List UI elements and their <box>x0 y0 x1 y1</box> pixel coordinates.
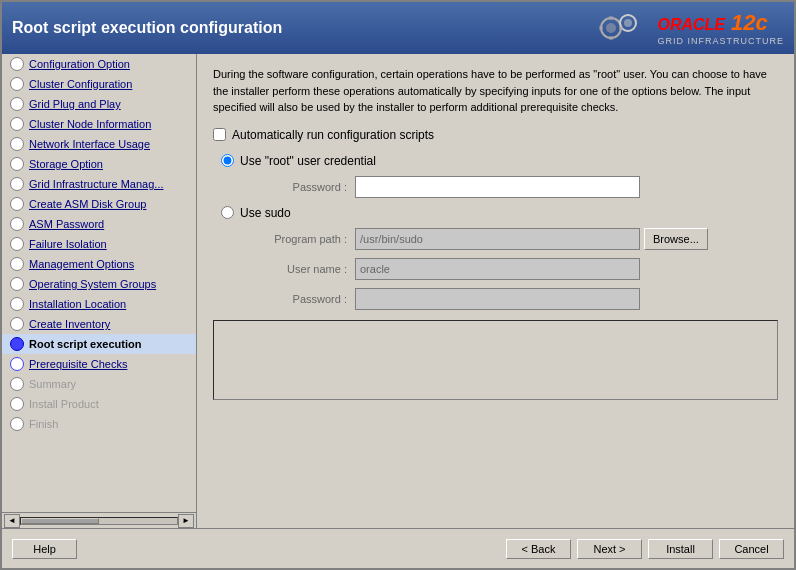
program-path-row: Program path : Browse... <box>245 228 778 250</box>
user-name-input[interactable] <box>355 258 640 280</box>
sidebar-item-failure-isolation[interactable]: Failure Isolation <box>2 234 196 254</box>
bullet-storage-option <box>10 157 24 171</box>
sidebar-scroll[interactable]: Configuration Option Cluster Configurati… <box>2 54 196 512</box>
root-password-label: Password : <box>245 181 355 193</box>
use-sudo-radio[interactable] <box>221 206 234 219</box>
sudo-password-label: Password : <box>245 293 355 305</box>
sidebar-item-cluster-configuration[interactable]: Cluster Configuration <box>2 74 196 94</box>
auto-run-label[interactable]: Automatically run configuration scripts <box>232 128 434 142</box>
radio-section: Use "root" user credential Password : Us… <box>221 154 778 310</box>
bullet-root-script <box>10 337 24 351</box>
bullet-network-interface <box>10 137 24 151</box>
scroll-right-arrow[interactable]: ► <box>178 514 194 528</box>
user-name-row: User name : <box>245 258 778 280</box>
program-path-input[interactable] <box>355 228 640 250</box>
install-button[interactable]: Install <box>648 539 713 559</box>
svg-rect-7 <box>619 26 623 30</box>
sidebar-item-prerequisite-checks[interactable]: Prerequisite Checks <box>2 354 196 374</box>
bullet-management-options <box>10 257 24 271</box>
sudo-password-input[interactable] <box>355 288 640 310</box>
sidebar-scrollbar[interactable]: ◄ ► <box>2 512 196 528</box>
sidebar-item-finish: Finish <box>2 414 196 434</box>
main-window: Root script execution configuration ORAC… <box>0 0 796 570</box>
sidebar-item-grid-plug-and-play[interactable]: Grid Plug and Play <box>2 94 196 114</box>
version-label: 12c <box>731 10 768 36</box>
bullet-create-inventory <box>10 317 24 331</box>
help-button[interactable]: Help <box>12 539 77 559</box>
sidebar-item-management-options[interactable]: Management Options <box>2 254 196 274</box>
browse-button[interactable]: Browse... <box>644 228 708 250</box>
sidebar-item-create-inventory[interactable]: Create Inventory <box>2 314 196 334</box>
bullet-grid-infra <box>10 177 24 191</box>
bullet-asm-disk <box>10 197 24 211</box>
sidebar-item-network-interface-usage[interactable]: Network Interface Usage <box>2 134 196 154</box>
sidebar-item-root-script-execution[interactable]: Root script execution <box>2 334 196 354</box>
footer-left: Help <box>12 539 77 559</box>
sidebar-item-grid-infra-manage[interactable]: Grid Infrastructure Manag... <box>2 174 196 194</box>
footer: Help < Back Next > Install Cancel <box>2 528 794 568</box>
svg-point-3 <box>624 19 632 27</box>
use-sudo-label[interactable]: Use sudo <box>240 206 291 220</box>
next-button[interactable]: Next > <box>577 539 642 559</box>
use-root-radio-row: Use "root" user credential <box>221 154 778 168</box>
auto-run-row: Automatically run configuration scripts <box>213 128 778 142</box>
bullet-failure-isolation <box>10 237 24 251</box>
page-title: Root script execution configuration <box>12 19 282 37</box>
main-content: Configuration Option Cluster Configurati… <box>2 54 794 528</box>
use-root-radio[interactable] <box>221 154 234 167</box>
program-path-label: Program path : <box>245 233 355 245</box>
back-button[interactable]: < Back <box>506 539 571 559</box>
sidebar-item-install-product: Install Product <box>2 394 196 414</box>
bullet-os-groups <box>10 277 24 291</box>
root-password-input[interactable] <box>355 176 640 198</box>
sidebar-item-installation-location[interactable]: Installation Location <box>2 294 196 314</box>
sidebar-item-configuration-option[interactable]: Configuration Option <box>2 54 196 74</box>
bullet-install-location <box>10 297 24 311</box>
description-text: During the software configuration, certa… <box>213 66 778 116</box>
sidebar-item-storage-option[interactable]: Storage Option <box>2 154 196 174</box>
bullet-cluster-configuration <box>10 77 24 91</box>
scrollbar-track[interactable] <box>20 517 178 525</box>
sudo-password-row: Password : <box>245 288 778 310</box>
cancel-button[interactable]: Cancel <box>719 539 784 559</box>
sidebar-item-cluster-node-information[interactable]: Cluster Node Information <box>2 114 196 134</box>
svg-rect-6 <box>599 26 603 30</box>
grid-label: GRID INFRASTRUCTURE <box>658 36 785 46</box>
bullet-finish <box>10 417 24 431</box>
auto-run-checkbox[interactable] <box>213 128 226 141</box>
sidebar: Configuration Option Cluster Configurati… <box>2 54 197 528</box>
sidebar-item-summary: Summary <box>2 374 196 394</box>
bullet-cluster-node <box>10 117 24 131</box>
bullet-install-product <box>10 397 24 411</box>
svg-rect-4 <box>609 16 613 20</box>
use-root-label[interactable]: Use "root" user credential <box>240 154 376 168</box>
sidebar-item-create-asm-disk-group[interactable]: Create ASM Disk Group <box>2 194 196 214</box>
sidebar-item-operating-system-groups[interactable]: Operating System Groups <box>2 274 196 294</box>
bullet-summary <box>10 377 24 391</box>
svg-point-1 <box>606 23 616 33</box>
header-bar: Root script execution configuration ORAC… <box>2 2 794 54</box>
user-name-label: User name : <box>245 263 355 275</box>
bullet-configuration-option <box>10 57 24 71</box>
scroll-left-arrow[interactable]: ◄ <box>4 514 20 528</box>
svg-rect-5 <box>609 36 613 40</box>
empty-bottom-box <box>213 320 778 400</box>
bullet-prereq-checks <box>10 357 24 371</box>
gear-icon <box>593 8 648 48</box>
root-password-row: Password : <box>245 176 778 198</box>
oracle-logo-block: ORACLE 12c GRID INFRASTRUCTURE <box>658 10 785 46</box>
bullet-asm-password <box>10 217 24 231</box>
sidebar-item-asm-password[interactable]: ASM Password <box>2 214 196 234</box>
bullet-grid-plug <box>10 97 24 111</box>
content-area: During the software configuration, certa… <box>197 54 794 528</box>
use-sudo-radio-row: Use sudo <box>221 206 778 220</box>
footer-right: < Back Next > Install Cancel <box>506 539 784 559</box>
oracle-label: ORACLE <box>658 16 726 34</box>
oracle-branding: ORACLE 12c GRID INFRASTRUCTURE <box>593 8 785 48</box>
